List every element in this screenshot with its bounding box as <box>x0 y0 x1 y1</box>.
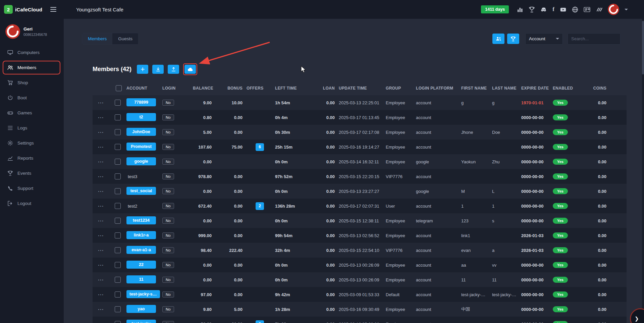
select-all-checkbox[interactable] <box>116 85 122 91</box>
member-account-button[interactable]: yao <box>126 305 156 313</box>
cloud-members-button[interactable] <box>184 65 196 74</box>
row-menu-icon[interactable]: ⋯ <box>98 292 104 298</box>
member-account-button[interactable]: 778899 <box>126 98 156 106</box>
row-menu-icon[interactable]: ⋯ <box>98 115 104 120</box>
row-checkbox[interactable] <box>115 188 121 194</box>
members-view-button[interactable] <box>492 34 504 44</box>
row-menu-icon[interactable]: ⋯ <box>98 321 104 323</box>
member-row: ⋯778899No9.0010.001h 54m0.002025-03-13 2… <box>93 95 627 110</box>
row-menu-icon[interactable]: ⋯ <box>98 248 104 253</box>
sidebar-item-label: Support <box>17 186 33 191</box>
sidebar-item-logout[interactable]: Logout <box>0 196 64 211</box>
row-menu-icon[interactable]: ⋯ <box>98 277 104 283</box>
sidebar-item-events[interactable]: Events <box>0 166 64 181</box>
row-menu-icon[interactable]: ⋯ <box>98 129 104 135</box>
sidebar-toggle-button[interactable] <box>49 6 58 13</box>
sidebar-item-support[interactable]: Support <box>0 181 64 196</box>
export-members-button[interactable] <box>168 65 179 74</box>
row-cell-enabled: Yes <box>553 232 584 238</box>
brand-logo[interactable]: 2 iCafeCloud <box>4 5 42 14</box>
row-menu-icon[interactable]: ⋯ <box>98 159 104 165</box>
row-checkbox[interactable] <box>115 114 121 120</box>
youtube-icon[interactable] <box>560 6 567 13</box>
sidebar-item-boot[interactable]: Boot <box>0 90 64 105</box>
row-cell-group: Employee <box>386 322 416 323</box>
row-checkbox[interactable] <box>115 247 121 253</box>
sidebar-item-shop[interactable]: Shop <box>0 75 64 90</box>
scrollbar-thumb[interactable] <box>642 21 644 74</box>
sidebar-item-logs[interactable]: Logs <box>0 120 64 136</box>
search-input[interactable] <box>568 33 621 45</box>
row-checkbox[interactable] <box>115 321 121 323</box>
subscription-days-badge[interactable]: 1411 days <box>481 5 509 13</box>
facebook-icon[interactable]: f <box>552 6 554 13</box>
member-account-button[interactable]: google <box>126 157 156 165</box>
news-icon[interactable] <box>584 6 590 13</box>
row-checkbox[interactable] <box>115 159 121 165</box>
member-row: ⋯test2No672.400.002136h 28m0.002025-03-1… <box>93 199 627 213</box>
member-account-button[interactable]: evan-a1-a <box>126 246 156 254</box>
row-menu-icon[interactable]: ⋯ <box>98 307 104 312</box>
member-account-button[interactable]: t2 <box>126 113 156 121</box>
row-menu-icon[interactable]: ⋯ <box>98 233 104 238</box>
row-menu-icon[interactable]: ⋯ <box>98 144 104 150</box>
row-menu-icon[interactable]: ⋯ <box>98 203 104 209</box>
member-account-button[interactable]: Promotest <box>126 143 156 151</box>
row-checkbox[interactable] <box>115 203 121 209</box>
chevron-down-icon[interactable] <box>625 9 628 10</box>
row-cell-login: No <box>162 306 193 312</box>
row-menu-icon[interactable]: ⋯ <box>98 189 104 194</box>
row-menu-icon[interactable]: ⋯ <box>98 262 104 268</box>
offers-badge[interactable]: 3 <box>256 320 264 323</box>
row-checkbox[interactable] <box>115 232 121 238</box>
member-account-button[interactable]: 22 <box>126 261 156 269</box>
row-menu-icon[interactable]: ⋯ <box>98 100 104 106</box>
member-account-button[interactable]: test1234 <box>126 216 156 224</box>
row-checkbox[interactable] <box>115 100 121 106</box>
tab-members[interactable]: Members <box>82 33 112 44</box>
sidebar-item-members[interactable]: Members <box>0 60 64 75</box>
sidebar-item-games[interactable]: Games <box>0 105 64 120</box>
events-view-button[interactable] <box>507 34 519 44</box>
row-checkbox[interactable] <box>115 129 121 135</box>
user-avatar[interactable] <box>608 4 619 15</box>
search-field-select[interactable]: Account <box>525 33 563 45</box>
row-menu-icon[interactable]: ⋯ <box>98 174 104 179</box>
page-scrollbar[interactable] <box>642 19 644 323</box>
row-cell-login-platform: account <box>416 115 461 120</box>
row-checkbox[interactable] <box>115 218 121 224</box>
member-account-button[interactable]: test_social <box>126 187 156 195</box>
add-member-button[interactable] <box>137 65 148 74</box>
row-checkbox[interactable] <box>115 306 121 312</box>
row-checkbox[interactable] <box>115 277 121 283</box>
member-account-button[interactable]: JohnDoe <box>126 128 156 136</box>
offers-badge[interactable]: 6 <box>256 143 264 151</box>
user-name: Geri <box>23 26 47 32</box>
row-cell-login: No <box>162 173 193 179</box>
login-status-badge: No <box>162 129 174 135</box>
row-checkbox[interactable] <box>115 144 121 150</box>
member-account-button[interactable]: link1r-a <box>126 231 156 239</box>
member-account-button[interactable]: 11 <box>126 275 156 283</box>
stats-icon[interactable] <box>517 6 523 13</box>
globe-icon[interactable] <box>572 6 578 13</box>
import-members-button[interactable] <box>152 65 164 74</box>
sidebar-item-settings[interactable]: Settings <box>0 136 64 151</box>
discord-icon[interactable] <box>540 6 547 13</box>
sidebar-user-avatar[interactable] <box>5 24 20 39</box>
row-cell-group: Employee <box>386 218 416 223</box>
offers-badge[interactable]: 2 <box>256 202 264 210</box>
row-menu-icon[interactable]: ⋯ <box>98 218 104 224</box>
layers-icon[interactable] <box>596 6 602 13</box>
sidebar-item-computers[interactable]: Computers <box>0 45 64 60</box>
trophy-icon[interactable] <box>529 6 535 13</box>
member-account-button[interactable]: test-jacky-sub <box>126 290 160 298</box>
row-cell-loan: 0.00 <box>322 263 339 268</box>
main-content: Members Guests Account Members (42) <box>64 19 644 323</box>
row-checkbox[interactable] <box>115 291 121 298</box>
row-checkbox[interactable] <box>115 173 121 179</box>
sidebar-item-reports[interactable]: Reports <box>0 151 64 166</box>
tab-guests[interactable]: Guests <box>112 33 138 44</box>
member-account-button[interactable]: test-jacky <box>126 320 156 323</box>
row-checkbox[interactable] <box>115 262 121 268</box>
